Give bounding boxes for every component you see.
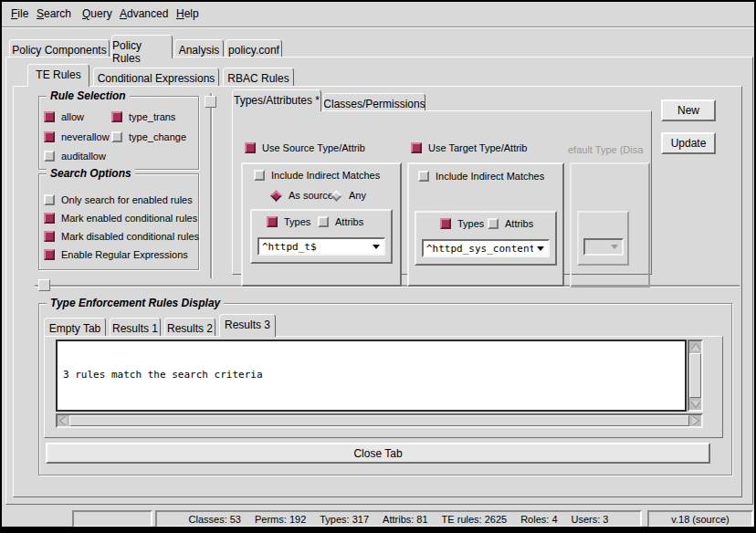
- stat-classes: Classes: 53: [189, 514, 241, 525]
- checkbox-source-types[interactable]: Types: [267, 216, 310, 227]
- tab-te-rules[interactable]: TE Rules: [27, 64, 89, 87]
- menu-query[interactable]: Query: [82, 7, 112, 20]
- tab-results-3[interactable]: Results 3: [219, 314, 276, 337]
- target-indirect-checkbox-indicator[interactable]: [418, 171, 429, 182]
- target-types-frame: [415, 211, 557, 266]
- only-enabled-checkbox-indicator[interactable]: [44, 194, 55, 205]
- search-options-title: Search Options: [47, 167, 135, 180]
- policy-statistics: Classes: 53 Perms: 192 Types: 317 Attrib…: [189, 514, 609, 525]
- horizontal-sash-handle[interactable]: [38, 279, 50, 291]
- target-combo-dropdown-icon[interactable]: [533, 241, 548, 256]
- rule-selection-title: Rule Selection: [47, 89, 130, 102]
- source-combo-dropdown-icon[interactable]: [369, 239, 383, 254]
- tab-analysis[interactable]: Analysis: [174, 39, 224, 57]
- menu-help[interactable]: Help: [176, 7, 199, 20]
- checkbox-type-trans[interactable]: type_trans: [111, 111, 175, 122]
- checkbox-mark-disabled-conditional[interactable]: Mark disabled conditional rules: [44, 231, 199, 242]
- checkbox-enable-regex[interactable]: Enable Regular Expressions: [44, 249, 188, 260]
- stat-attribs: Attribs: 81: [383, 514, 428, 525]
- tab-policy-rules[interactable]: Policy Rules: [111, 35, 173, 58]
- source-attribs-checkbox-indicator[interactable]: [318, 216, 329, 227]
- tab-conditional-expressions[interactable]: Conditional Expressions: [93, 68, 219, 86]
- checkbox-mark-enabled-conditional[interactable]: Mark enabled conditional rules: [44, 213, 197, 224]
- target-attribs-checkbox-indicator[interactable]: [488, 218, 499, 229]
- checkbox-only-enabled-rules[interactable]: Only search for enabled rules: [44, 194, 193, 205]
- as-source-radio-indicator[interactable]: [270, 190, 282, 202]
- results-blank-line: [63, 406, 679, 413]
- tab-policy-conf[interactable]: policy.conf: [226, 39, 282, 57]
- results-summary-line: 3 rules match the search criteria: [63, 369, 679, 381]
- neverallow-checkbox-indicator[interactable]: [44, 131, 55, 142]
- source-types-checkbox-indicator[interactable]: [267, 216, 278, 227]
- close-tab-button[interactable]: Close Tab: [46, 443, 710, 464]
- use-source-checkbox-indicator[interactable]: [245, 142, 256, 153]
- tab-rbac-rules[interactable]: RBAC Rules: [223, 68, 294, 86]
- checkbox-target-attribs[interactable]: Attribs: [488, 218, 533, 229]
- tab-types-attributes[interactable]: Types/Attributes *: [232, 89, 321, 111]
- checkbox-target-indirect[interactable]: Include Indirect Matches: [418, 171, 544, 182]
- menu-search[interactable]: Search: [37, 7, 71, 20]
- tab-results-1[interactable]: Results 1: [110, 318, 161, 336]
- results-vertical-scrollbar[interactable]: [688, 340, 703, 412]
- target-type-combobox[interactable]: ^httpd_sys_content_t$: [422, 239, 550, 257]
- stat-perms: Perms: 192: [255, 514, 306, 525]
- checkbox-auditallow[interactable]: auditallow: [44, 151, 106, 162]
- status-panel-stats: Classes: 53 Perms: 192 Types: 317 Attrib…: [155, 510, 642, 528]
- scroll-right-icon[interactable]: [689, 415, 701, 426]
- any-radio-indicator[interactable]: [331, 190, 342, 202]
- results-textarea[interactable]: 3 rules match the search criteria (5822)…: [56, 340, 687, 412]
- default-type-dropdown-icon: [607, 240, 622, 254]
- vertical-sash[interactable]: [210, 93, 212, 278]
- stat-types: Types: 317: [320, 514, 369, 525]
- new-button[interactable]: New: [661, 99, 716, 121]
- types-attributes-content: Use Source Type/Attrib Include Indirect …: [232, 110, 652, 275]
- radio-any[interactable]: Any: [331, 190, 366, 201]
- apol-window: File Search Query Advanced Help Policy C…: [0, 0, 756, 533]
- mark-disabled-checkbox-indicator[interactable]: [44, 231, 55, 242]
- type-change-checkbox-indicator[interactable]: [111, 131, 122, 142]
- checkbox-neverallow[interactable]: neverallow: [44, 131, 110, 142]
- tab-policy-components[interactable]: Policy Components: [9, 39, 110, 57]
- status-panel-version: v.18 (source): [647, 510, 753, 528]
- source-indirect-checkbox-indicator[interactable]: [254, 170, 265, 181]
- checkbox-use-target-type[interactable]: Use Target Type/Attrib: [411, 142, 527, 153]
- target-type-value[interactable]: ^httpd_sys_content_t$: [424, 243, 533, 255]
- source-type-value[interactable]: ^httpd_t$: [259, 241, 369, 253]
- scroll-down-icon[interactable]: [689, 398, 701, 410]
- stat-users: Users: 3: [572, 514, 609, 525]
- auditallow-checkbox-indicator[interactable]: [44, 151, 55, 162]
- scroll-up-icon[interactable]: [689, 341, 701, 353]
- target-types-checkbox-indicator[interactable]: [440, 218, 451, 229]
- policy-version: v.18 (source): [671, 514, 729, 525]
- enable-regex-checkbox-indicator[interactable]: [44, 249, 55, 260]
- source-type-combobox[interactable]: ^httpd_t$: [257, 237, 385, 256]
- status-panel-empty: [72, 510, 152, 528]
- checkbox-source-indirect[interactable]: Include Indirect Matches: [254, 170, 380, 181]
- allow-checkbox-indicator[interactable]: [44, 111, 55, 122]
- te-rules-content: Rule Selection allow type_trans neverall…: [13, 86, 742, 497]
- tab-empty-tab[interactable]: Empty Tab: [44, 318, 106, 336]
- use-target-checkbox-indicator[interactable]: [411, 142, 422, 153]
- tab-classes-permissions[interactable]: Classes/Permissions: [323, 93, 425, 110]
- update-button[interactable]: Update: [661, 132, 716, 154]
- vertical-scroll-thumb[interactable]: [689, 353, 701, 398]
- default-type-label: efault Type (Disa: [568, 144, 652, 155]
- mark-enabled-checkbox-indicator[interactable]: [44, 213, 55, 224]
- checkbox-source-attribs[interactable]: Attribs: [318, 216, 363, 227]
- radio-as-source[interactable]: As source: [270, 190, 333, 201]
- results-horizontal-scrollbar[interactable]: [56, 413, 703, 428]
- horizontal-scroll-thumb[interactable]: [69, 415, 689, 426]
- tab-results-2[interactable]: Results 2: [164, 318, 215, 336]
- menu-file[interactable]: File: [11, 7, 28, 20]
- checkbox-type-change[interactable]: type_change: [111, 131, 186, 142]
- checkbox-allow[interactable]: allow: [44, 111, 84, 122]
- checkbox-target-types[interactable]: Types: [440, 218, 484, 229]
- vertical-sash-handle[interactable]: [205, 96, 216, 108]
- te-rules-display-title: Type Enforcement Rules Display: [47, 297, 224, 309]
- stat-roles: Roles: 4: [520, 514, 557, 525]
- scroll-left-icon[interactable]: [58, 415, 69, 426]
- menu-advanced[interactable]: Advanced: [120, 7, 168, 20]
- checkbox-use-source-type[interactable]: Use Source Type/Attrib: [245, 142, 365, 153]
- type-trans-checkbox-indicator[interactable]: [111, 111, 122, 122]
- stat-te-rules: TE rules: 2625: [442, 514, 508, 525]
